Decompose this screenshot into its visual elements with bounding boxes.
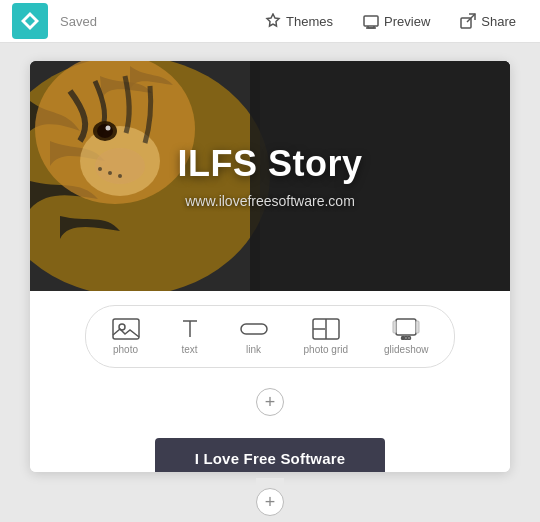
preview-button[interactable]: Preview [351,8,442,34]
share-button[interactable]: Share [448,8,528,34]
svg-rect-18 [113,319,139,339]
svg-point-16 [118,174,122,178]
tool-link[interactable]: link [224,314,284,359]
link-label: link [246,344,261,355]
cta-button[interactable]: I Love Free Software [155,438,386,472]
svg-rect-22 [241,324,267,334]
share-icon [460,13,476,29]
photo-icon [112,318,140,340]
photo-label: photo [113,344,138,355]
add-block-section: + [30,378,510,428]
svg-rect-28 [416,321,419,333]
text-label: text [181,344,197,355]
svg-point-13 [95,148,145,184]
glideshow-label: glideshow [384,344,428,355]
link-icon [240,318,268,340]
canvas-area: ILFS Story www.ilovefreesoftware.com pho… [0,43,540,522]
photogrid-icon [312,318,340,340]
tool-photo-grid[interactable]: photo grid [288,314,364,359]
svg-point-11 [97,124,113,138]
svg-point-14 [98,167,102,171]
saved-status: Saved [60,14,253,29]
tool-glideshow[interactable]: glideshow [368,314,444,359]
svg-point-15 [108,171,112,175]
svg-point-12 [106,126,111,131]
themes-icon [265,13,281,29]
tool-photo[interactable]: photo [96,314,156,359]
top-nav: Saved Themes Preview Share [0,0,540,43]
add-block-button[interactable]: + [256,388,284,416]
themes-button[interactable]: Themes [253,8,345,34]
tools-wrapper: photo text [30,291,510,378]
bottom-add-block-button[interactable]: + [256,488,284,516]
nav-actions: Themes Preview Share [253,8,528,34]
story-card: ILFS Story www.ilovefreesoftware.com pho… [30,61,510,472]
svg-rect-26 [396,319,416,335]
logo[interactable] [12,3,48,39]
hero-section: ILFS Story www.ilovefreesoftware.com [30,61,510,291]
photogrid-label: photo grid [304,344,348,355]
tools-pill: photo text [85,305,456,368]
bottom-add-section: + [256,478,284,522]
cta-section: I Love Free Software [30,428,510,472]
svg-point-32 [408,337,411,340]
hero-title: ILFS Story [177,143,362,185]
glideshow-icon [392,318,420,340]
svg-rect-27 [393,321,396,333]
preview-icon [363,13,379,29]
svg-rect-2 [364,16,378,26]
hero-subtitle: www.ilovefreesoftware.com [185,193,355,209]
bottom-plus-icon: + [265,493,276,511]
logo-icon [20,11,40,31]
text-icon [176,318,204,340]
plus-icon: + [265,393,276,411]
tool-text[interactable]: text [160,314,220,359]
